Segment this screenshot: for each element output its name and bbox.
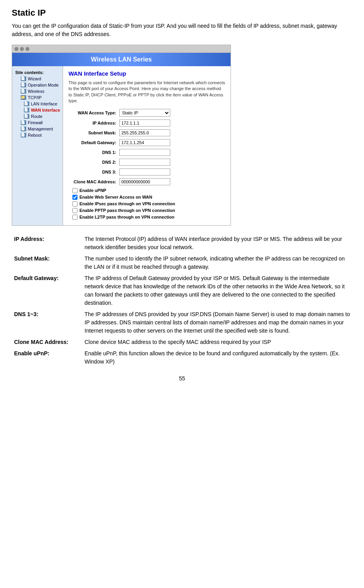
sidebar-item-lan-interface[interactable]: 📄 LAN Interface xyxy=(12,101,63,107)
operation-mode-icon: 📄 xyxy=(21,83,26,87)
top-bar-dot-3 xyxy=(25,47,29,51)
subnet-mask-label: Subnet Mask: xyxy=(68,130,119,135)
tcpip-icon: 📁 xyxy=(21,95,26,100)
desc-term-upnp: Enable uPnP: xyxy=(12,348,82,367)
checkbox-upnp-row: Enable uPNP xyxy=(68,188,225,193)
sidebar-item-firewall[interactable]: 📄 Firewall xyxy=(12,119,63,126)
clone-mac-row: Clone MAC Address: xyxy=(68,178,225,185)
desc-row-ip: IP Address: The Internet Protocol (IP) a… xyxy=(12,233,352,253)
desc-def-dns: The IP addresses of DNS provided by your… xyxy=(82,309,352,337)
clone-mac-label: Clone MAC Address: xyxy=(68,179,119,184)
dns2-row: DNS 2: xyxy=(68,159,225,166)
desc-term-gateway: Default Gateway: xyxy=(12,273,82,309)
wan-setup-title: WAN Interface Setup xyxy=(68,70,225,77)
dns3-input[interactable] xyxy=(119,168,170,175)
sidebar-section-label: Site contents: xyxy=(12,69,63,76)
wizard-icon: 📄 xyxy=(21,76,26,81)
lan-interface-icon: 📄 xyxy=(24,101,29,106)
dns3-row: DNS 3: xyxy=(68,168,225,175)
sidebar-item-operation-mode-label: Operation Mode xyxy=(28,83,59,87)
sidebar-item-firewall-label: Firewall xyxy=(28,120,43,125)
wan-setup-desc: This page is used to configure the param… xyxy=(68,80,225,104)
dns3-label: DNS 3: xyxy=(68,170,119,174)
checkbox-pptp[interactable] xyxy=(72,208,77,213)
default-gateway-row: Default Gateway: xyxy=(68,139,225,146)
dns1-input[interactable] xyxy=(119,149,170,156)
route-icon: 📄 xyxy=(24,114,29,119)
checkbox-pptp-row: Enable PPTP pass through on VPN connecti… xyxy=(68,208,225,213)
router-sidebar: Site contents: 📄 Wizard 📄 Operation Mode… xyxy=(12,66,63,225)
wireless-icon: 📄 xyxy=(21,89,26,94)
desc-term-mac: Clone MAC Address: xyxy=(12,337,82,348)
firewall-icon: 📄 xyxy=(21,120,26,125)
desc-def-mac: Clone device MAC address to the specify … xyxy=(82,337,352,348)
sidebar-item-lan-interface-label: LAN Interface xyxy=(31,101,57,106)
checkbox-web-server[interactable] xyxy=(72,195,77,200)
clone-mac-input[interactable] xyxy=(119,178,170,185)
dns2-label: DNS 2: xyxy=(68,160,119,165)
sidebar-item-tcpip-label: TCP/IP xyxy=(28,95,41,100)
page-container: Static IP You can get the IP configurati… xyxy=(0,0,364,389)
wan-access-type-row: WAN Access Type: Static IP DHCP Client P… xyxy=(68,109,225,117)
wan-interface-icon: 📄 xyxy=(24,108,29,112)
sidebar-item-wizard[interactable]: 📄 Wizard xyxy=(12,76,63,82)
sidebar-item-tcpip[interactable]: 📁 TCP/IP xyxy=(12,94,63,101)
desc-term-ip: IP Address: xyxy=(12,233,82,253)
sidebar-item-operation-mode[interactable]: 📄 Operation Mode xyxy=(12,82,63,88)
checkbox-l2tp-label: Enable L2TP pass through on VPN connecti… xyxy=(79,215,174,219)
router-body: Site contents: 📄 Wizard 📄 Operation Mode… xyxy=(12,66,231,225)
router-header: Wireless LAN Series xyxy=(12,53,231,66)
checkbox-l2tp[interactable] xyxy=(72,215,77,220)
desc-row-dns: DNS 1~3: The IP addresses of DNS provide… xyxy=(12,309,352,337)
desc-term-dns: DNS 1~3: xyxy=(12,309,82,337)
router-ui-screenshot: Wireless LAN Series Site contents: 📄 Wiz… xyxy=(12,45,231,226)
sidebar-item-reboot-label: Reboot xyxy=(28,133,41,138)
router-main-content: WAN Interface Setup This page is used to… xyxy=(63,66,231,225)
desc-row-mac: Clone MAC Address: Clone device MAC addr… xyxy=(12,337,352,348)
sidebar-item-wireless-label: Wireless xyxy=(28,89,44,94)
sidebar-item-wan-interface[interactable]: 📄 WAN Interface xyxy=(12,107,63,113)
management-icon: 📄 xyxy=(21,127,26,131)
default-gateway-input[interactable] xyxy=(119,139,170,146)
subnet-mask-input[interactable] xyxy=(119,129,170,136)
sidebar-item-management-label: Management xyxy=(28,127,53,131)
checkbox-web-server-row: Enable Web Server Access on WAN xyxy=(68,195,225,200)
router-top-bar xyxy=(12,45,231,53)
top-bar-dot-2 xyxy=(20,47,24,51)
ip-address-label: IP Address: xyxy=(68,121,119,125)
wan-access-type-select[interactable]: Static IP DHCP Client PPPoE PPTP xyxy=(119,109,170,117)
reboot-icon: 📄 xyxy=(21,133,26,138)
sidebar-item-reboot[interactable]: 📄 Reboot xyxy=(12,132,63,138)
intro-text: You can get the IP configuration data of… xyxy=(12,22,352,38)
ip-address-row: IP Address: xyxy=(68,119,225,127)
checkbox-ipsec[interactable] xyxy=(72,201,77,206)
checkbox-ipsec-row: Enable IPsec pass through on VPN connect… xyxy=(68,201,225,206)
checkbox-web-server-label: Enable Web Server Access on WAN xyxy=(79,195,152,199)
checkbox-upnp[interactable] xyxy=(72,188,77,193)
desc-def-subnet: The number used to identify the IP subne… xyxy=(82,253,352,273)
desc-row-gateway: Default Gateway: The IP address of Defau… xyxy=(12,273,352,309)
sidebar-item-wizard-label: Wizard xyxy=(28,76,41,81)
sidebar-item-route-label: Route xyxy=(31,114,42,119)
page-number: 55 xyxy=(12,375,352,382)
checkbox-ipsec-label: Enable IPsec pass through on VPN connect… xyxy=(79,201,175,206)
desc-def-ip: The Internet Protocol (IP) address of WA… xyxy=(82,233,352,253)
sidebar-item-wan-interface-label: WAN Interface xyxy=(31,108,60,112)
page-title: Static IP xyxy=(12,8,352,18)
checkbox-l2tp-row: Enable L2TP pass through on VPN connecti… xyxy=(68,215,225,220)
desc-row-upnp: Enable uPnP: Enable uPnP, this function … xyxy=(12,348,352,367)
desc-row-subnet: Subnet Mask: The number used to identify… xyxy=(12,253,352,273)
desc-def-upnp: Enable uPnP, this function allows the de… xyxy=(82,348,352,367)
default-gateway-label: Default Gateway: xyxy=(68,140,119,145)
checkbox-pptp-label: Enable PPTP pass through on VPN connecti… xyxy=(79,208,175,213)
sidebar-item-wireless[interactable]: 📄 Wireless xyxy=(12,88,63,94)
checkbox-upnp-label: Enable uPNP xyxy=(79,188,106,193)
wan-access-type-label: WAN Access Type: xyxy=(68,110,119,115)
sidebar-item-management[interactable]: 📄 Management xyxy=(12,126,63,132)
dns2-input[interactable] xyxy=(119,159,170,166)
desc-term-subnet: Subnet Mask: xyxy=(12,253,82,273)
sidebar-item-route[interactable]: 📄 Route xyxy=(12,113,63,119)
descriptions-table: IP Address: The Internet Protocol (IP) a… xyxy=(12,233,352,367)
dns1-row: DNS 1: xyxy=(68,149,225,156)
ip-address-input[interactable] xyxy=(119,119,170,127)
